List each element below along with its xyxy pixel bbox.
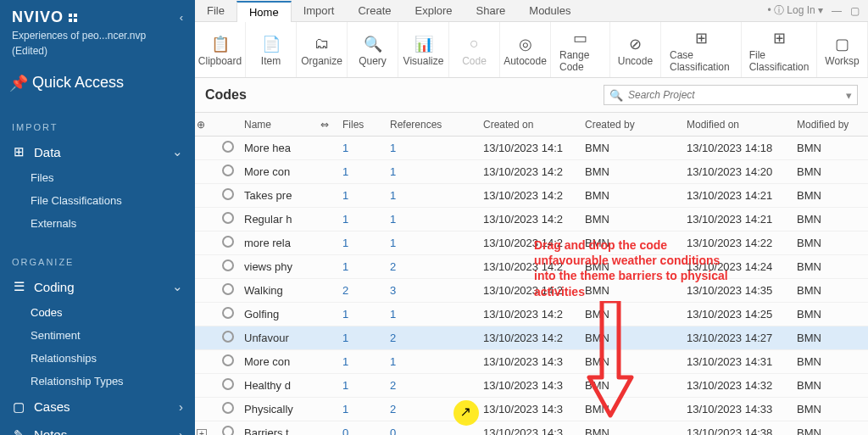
search-input[interactable] — [628, 89, 841, 101]
cell-files[interactable]: 1 — [341, 165, 388, 178]
nav-relationship-types[interactable]: Relationship Types — [0, 370, 195, 393]
cell-refs[interactable]: 2 — [388, 379, 481, 392]
expand-icon[interactable]: + — [197, 429, 207, 435]
table-row[interactable]: More con1113/10/2023 14:3BMN13/10/2023 1… — [195, 350, 868, 374]
cell-refs[interactable]: 2 — [388, 260, 481, 273]
col-name[interactable]: Name — [242, 119, 319, 131]
table-row[interactable]: More con1113/10/2023 14:2BMN13/10/2023 1… — [195, 160, 868, 184]
col-created-on[interactable]: Created on — [481, 119, 583, 131]
main-area: FileHomeImportCreateExploreShareModules•… — [195, 0, 868, 435]
cell-files[interactable]: 1 — [341, 308, 388, 321]
nav-coding[interactable]: ☰ Coding ⌄ — [0, 272, 195, 301]
search-project[interactable]: 🔍 ▾ — [604, 85, 858, 105]
cell-refs[interactable]: 2 — [388, 403, 481, 415]
nav-file-classifications[interactable]: File Classifications — [0, 189, 195, 212]
cell-files[interactable]: 2 — [341, 284, 388, 297]
cell-refs[interactable]: 1 — [388, 237, 481, 249]
cell-files[interactable]: 1 — [341, 189, 388, 202]
ribbon-range-code[interactable]: ▭Range Code — [551, 22, 610, 77]
nav-files[interactable]: Files — [0, 166, 195, 189]
cases-icon: ▢ — [12, 400, 25, 414]
cell-refs[interactable]: 1 — [388, 165, 481, 178]
cell-files[interactable]: 1 — [341, 355, 388, 368]
cell-refs[interactable]: 1 — [388, 142, 481, 154]
table-row[interactable]: Regular h1113/10/2023 14:2BMN13/10/2023 … — [195, 208, 868, 231]
ribbon-label: Case Classification — [670, 49, 732, 73]
ribbon-item[interactable]: 📄Item — [246, 22, 297, 77]
nav-codes[interactable]: Codes — [0, 301, 195, 324]
table-row[interactable]: Unfavour1213/10/2023 14:2BMN13/10/2023 1… — [195, 326, 868, 350]
table-row[interactable]: Walking2313/10/2023 14:2BMN13/10/2023 14… — [195, 279, 868, 303]
ribbon-organize[interactable]: 🗂Organize — [297, 22, 348, 77]
code-marker-icon — [222, 236, 234, 248]
cell-modified-on: 13/10/2023 14:21 — [685, 213, 795, 226]
ribbon-case-classification[interactable]: ⊞Case Classification — [661, 22, 742, 77]
ribbon-query[interactable]: 🔍Query — [348, 22, 398, 77]
cell-files[interactable]: 1 — [341, 332, 388, 344]
cell-refs[interactable]: 1 — [388, 355, 481, 368]
ribbon-worksp[interactable]: ▢Worksp — [817, 22, 868, 77]
nav-sentiment[interactable]: Sentiment — [0, 324, 195, 347]
table-row[interactable]: More hea1113/10/2023 14:1BMN13/10/2023 1… — [195, 137, 868, 160]
cell-files[interactable]: 1 — [341, 379, 388, 392]
table-row[interactable]: views phy1213/10/2023 14:2BMN13/10/2023 … — [195, 255, 868, 279]
login-link[interactable]: • ⓘ Log In ▾ — [767, 3, 823, 18]
nav-relationships[interactable]: Relationships — [0, 347, 195, 370]
ribbon-uncode[interactable]: ⊘Uncode — [610, 22, 661, 77]
cell-modified-by: BMN — [795, 403, 868, 415]
window-max-icon[interactable]: ▢ — [850, 5, 860, 17]
brand-name: NVIVO — [12, 8, 64, 26]
cell-refs[interactable]: 3 — [388, 284, 481, 297]
cell-files[interactable]: 1 — [341, 237, 388, 249]
tab-explore[interactable]: Explore — [403, 1, 465, 20]
table-row[interactable]: Golfing1113/10/2023 14:2BMN13/10/2023 14… — [195, 303, 868, 326]
table-row[interactable]: Healthy d1213/10/2023 14:3BMN13/10/2023 … — [195, 374, 868, 398]
cell-created-by: BMN — [583, 189, 685, 202]
ribbon-file-classification[interactable]: ⊞File Classification — [742, 22, 817, 77]
col-link[interactable]: ⇔ — [319, 119, 341, 131]
tab-create[interactable]: Create — [346, 1, 403, 20]
tab-share[interactable]: Share — [465, 1, 518, 20]
cell-files[interactable]: 1 — [341, 213, 388, 226]
col-modified-by[interactable]: Modified by — [795, 119, 868, 131]
cell-refs[interactable]: 1 — [388, 308, 481, 321]
ribbon-autocode[interactable]: ◎Autocode — [500, 22, 551, 77]
ribbon-clipboard[interactable]: 📋Clipboard — [195, 22, 246, 77]
notes-icon: ✎ — [12, 428, 25, 436]
cell-refs[interactable]: 0 — [388, 427, 481, 435]
col-refs[interactable]: References — [388, 119, 481, 131]
cell-files[interactable]: 0 — [341, 427, 388, 435]
nav-data[interactable]: ⊞ Data ⌄ — [0, 137, 195, 166]
code-marker-icon — [222, 212, 234, 224]
cell-refs[interactable]: 1 — [388, 189, 481, 202]
tab-home[interactable]: Home — [236, 1, 292, 22]
cell-refs[interactable]: 1 — [388, 213, 481, 226]
nav-notes[interactable]: ✎ Notes › — [0, 421, 195, 435]
search-dropdown-icon[interactable]: ▾ — [846, 89, 852, 102]
col-created-by[interactable]: Created by — [583, 119, 685, 131]
chevron-right-icon: › — [179, 399, 183, 414]
col-files[interactable]: Files — [341, 119, 388, 131]
tab-modules[interactable]: Modules — [517, 1, 582, 20]
tab-file[interactable]: File — [195, 1, 236, 20]
tab-import[interactable]: Import — [292, 1, 347, 20]
cell-files[interactable]: 1 — [341, 142, 388, 154]
table-row[interactable]: more rela1113/10/2023 14:2BMN13/10/2023 … — [195, 231, 868, 255]
quick-access[interactable]: 📌 Quick Access — [0, 65, 195, 100]
col-expand[interactable]: ⊕ — [195, 119, 220, 131]
ribbon-label: Query — [359, 55, 387, 67]
cell-refs[interactable]: 2 — [388, 332, 481, 344]
nav-cases[interactable]: ▢ Cases › — [0, 393, 195, 421]
nav-externals[interactable]: Externals — [0, 212, 195, 235]
collapse-sidebar-icon[interactable]: ‹ — [180, 11, 183, 24]
cell-files[interactable]: 1 — [341, 260, 388, 273]
cell-modified-on: 13/10/2023 14:27 — [685, 332, 795, 344]
col-modified-on[interactable]: Modified on — [685, 119, 795, 131]
table-row[interactable]: Physically1213/10/2023 14:3BMN13/10/2023… — [195, 398, 868, 421]
ribbon-visualize[interactable]: 📊Visualize — [398, 22, 449, 77]
cell-files[interactable]: 1 — [341, 403, 388, 415]
window-min-icon[interactable]: — — [832, 5, 842, 17]
table-row[interactable]: Takes pre1113/10/2023 14:2BMN13/10/2023 … — [195, 184, 868, 208]
table-row[interactable]: +Barriers t0013/10/2023 14:3BMN13/10/202… — [195, 421, 868, 435]
cell-created-by: BMN — [583, 260, 685, 273]
